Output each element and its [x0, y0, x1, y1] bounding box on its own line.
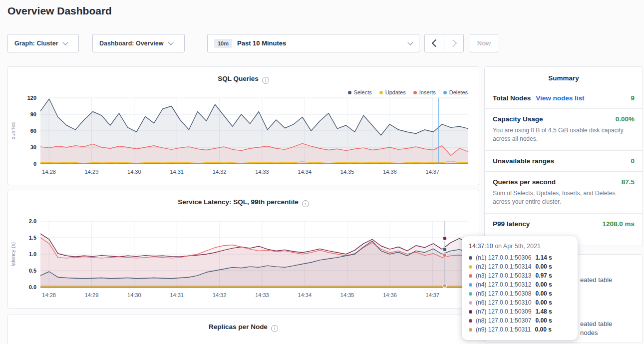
time-window-badge: 10m	[214, 39, 232, 48]
svg-text:14:36: 14:36	[383, 292, 397, 298]
summary-row-queries-per-second: Queries per second 87.5 Sum of Selects, …	[485, 172, 643, 214]
sql-queries-chart-card: SQL Queriesi SelectsUpdatesInsertsDelete…	[7, 66, 479, 185]
summary-value: 0.00%	[616, 115, 635, 123]
svg-text:14:36: 14:36	[383, 169, 397, 175]
svg-text:14:37: 14:37	[426, 292, 440, 298]
chevron-down-icon	[407, 39, 413, 45]
summary-panel: Summary Total Nodes View nodes list 9 Ca…	[484, 66, 643, 246]
summary-value: 87.5	[622, 178, 635, 186]
svg-text:14:28: 14:28	[42, 169, 56, 175]
tooltip-rows: (n1) 127.0.0.1:503061.14 s(n2) 127.0.0.1…	[469, 253, 570, 334]
summary-row-unavailable-ranges: Unavailable ranges 0	[485, 151, 643, 172]
time-back-button[interactable]	[424, 34, 444, 52]
node-color-dot-icon	[469, 292, 472, 296]
replicas-per-node-chart-card: Replicas per Nodei	[7, 315, 479, 344]
tooltip-node-label: (n3) 127.0.0.1:50313	[476, 272, 531, 279]
summary-value: 9	[631, 94, 635, 102]
summary-label: Capacity Usage	[493, 115, 543, 123]
node-color-dot-icon	[469, 256, 472, 260]
svg-text:14:33: 14:33	[255, 292, 269, 298]
summary-value: 0	[631, 157, 635, 165]
svg-text:1.5: 1.5	[29, 235, 36, 241]
summary-row-total-nodes: Total Nodes View nodes list 9	[485, 88, 643, 109]
svg-text:14:33: 14:33	[255, 169, 269, 175]
chart-title: Replicas per Nodei	[8, 315, 479, 332]
chevron-down-icon	[62, 39, 68, 45]
tooltip-timestamp: 14:37:10 on Apr 5th, 2021	[469, 243, 570, 250]
node-color-dot-icon	[469, 265, 472, 269]
svg-text:0.0: 0.0	[29, 284, 36, 290]
event-fragment: nodes	[580, 329, 598, 337]
page-title: Overview Dashboard	[7, 5, 112, 17]
svg-text:14:34: 14:34	[298, 292, 312, 298]
svg-text:14:32: 14:32	[213, 292, 227, 298]
svg-text:14:35: 14:35	[340, 169, 354, 175]
tooltip-time: 14:37:10	[469, 243, 493, 250]
svg-text:14:32: 14:32	[213, 169, 227, 175]
summary-row-p99-latency: P99 latency 1208.0 ms	[485, 214, 643, 234]
chevron-right-icon	[449, 39, 457, 47]
tooltip-row: (n7) 127.0.0.1:503091.48 s	[469, 307, 570, 316]
tooltip-node-label: (n4) 127.0.0.1:50312	[476, 281, 531, 288]
event-fragment: eated table	[580, 276, 612, 284]
tooltip-node-label: (n2) 127.0.0.1:50314	[476, 263, 531, 270]
tooltip-row: (n4) 127.0.0.1:503120.00 s	[469, 280, 570, 289]
tooltip-row: (n2) 127.0.0.1:503140.00 s	[469, 262, 570, 271]
svg-text:1.0: 1.0	[29, 251, 36, 257]
graph-selector-dropdown[interactable]: Graph: Cluster	[7, 34, 79, 52]
service-latency-chart-card: Service Latency: SQL, 99th percentilei 1…	[7, 190, 479, 309]
summary-description: Sum of Selects, Updates, Inserts, and De…	[493, 189, 635, 207]
chart-title-text: Replicas per Node	[209, 323, 268, 331]
tooltip-node-value: 0.00 s	[535, 263, 552, 270]
tooltip-node-value: 0.00 s	[535, 299, 552, 306]
tooltip-node-value: 0.00 s	[535, 317, 552, 324]
summary-description: You are using 0 B of 4.5 GiB usable disk…	[493, 126, 635, 144]
tooltip-row: (n9) 127.0.0.1:503110.00 s	[469, 325, 570, 334]
info-icon[interactable]: i	[271, 325, 278, 332]
chart-title: Service Latency: SQL, 99th percentilei	[8, 190, 479, 207]
svg-text:14:28: 14:28	[42, 292, 56, 298]
node-color-dot-icon	[469, 301, 472, 305]
tooltip-node-value: 0.00 s	[535, 281, 552, 288]
svg-text:60: 60	[30, 128, 36, 134]
chart-title-text: SQL Queries	[218, 75, 259, 82]
sql-queries-plot[interactable]: 14:2814:2914:3014:3114:3214:3314:3414:35…	[8, 93, 480, 182]
time-forward-button[interactable]	[444, 34, 464, 52]
summary-heading: Summary	[485, 67, 643, 88]
tooltip-node-label: (n8) 127.0.0.1:50307	[476, 317, 531, 324]
tooltip-node-value: 1.48 s	[535, 308, 552, 315]
event-fragment: eated table	[580, 320, 612, 328]
view-nodes-list-link[interactable]: View nodes list	[536, 94, 584, 102]
tooltip-node-label: (n7) 127.0.0.1:50309	[476, 308, 531, 315]
tooltip-node-value: 0.00 s	[535, 326, 552, 333]
chart-title-text: Service Latency: SQL, 99th percentile	[178, 198, 299, 206]
svg-text:14:31: 14:31	[170, 169, 184, 175]
info-icon[interactable]: i	[262, 77, 269, 84]
svg-text:14:37: 14:37	[426, 169, 440, 175]
tooltip-node-value: 1.14 s	[535, 254, 552, 261]
svg-text:2.0: 2.0	[29, 218, 36, 224]
summary-row-capacity-usage: Capacity Usage 0.00% You are using 0 B o…	[485, 109, 643, 151]
time-window-selector[interactable]: 10m Past 10 Minutes	[207, 34, 419, 52]
overview-dashboard-page: Overview Dashboard Graph: Cluster Dashbo…	[0, 0, 644, 344]
now-button[interactable]: Now	[470, 34, 498, 52]
tooltip-node-label: (n9) 127.0.0.1:50311	[476, 326, 531, 333]
summary-label: Unavailable ranges	[493, 157, 554, 165]
info-icon[interactable]: i	[302, 200, 309, 207]
chart-title: SQL Queriesi	[8, 67, 479, 84]
chevron-left-icon	[431, 39, 439, 47]
tooltip-row: (n3) 127.0.0.1:503130.97 s	[469, 271, 570, 280]
node-color-dot-icon	[469, 310, 472, 314]
dashboard-selector-label: Dashboard: Overview	[99, 40, 164, 47]
svg-text:14:29: 14:29	[85, 292, 99, 298]
service-latency-plot[interactable]: 14:2814:2914:3014:3114:3214:3314:3414:35…	[8, 216, 480, 305]
svg-text:14:35: 14:35	[340, 292, 354, 298]
tooltip-node-label: (n6) 127.0.0.1:50310	[476, 299, 531, 306]
dashboard-selector-dropdown[interactable]: Dashboard: Overview	[92, 34, 185, 52]
node-color-dot-icon	[469, 328, 472, 332]
chevron-down-icon	[168, 39, 173, 45]
tooltip-row: (n6) 127.0.0.1:503100.00 s	[469, 298, 570, 307]
svg-text:14:34: 14:34	[298, 169, 312, 175]
summary-label: P99 latency	[493, 220, 530, 228]
node-color-dot-icon	[469, 283, 472, 287]
